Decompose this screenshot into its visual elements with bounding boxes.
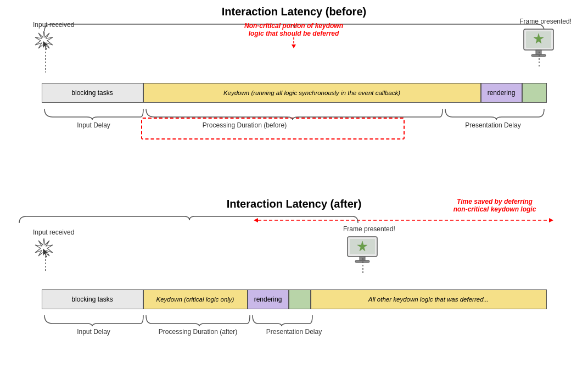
input-delay-label-top: Input Delay	[53, 121, 135, 129]
bottom-main-brace	[16, 215, 362, 225]
presentation-delay-label-top: Presentation Delay	[443, 121, 544, 129]
bar-rendering-purple-top: rendering	[481, 83, 522, 103]
top-sub-braces	[42, 106, 547, 121]
cursor-icon-bottom	[33, 237, 60, 265]
frame-presented-label-bottom: Frame presented!	[343, 225, 395, 233]
bar-blocking-bottom: blocking tasks	[42, 289, 143, 309]
bottom-main-brace-container	[16, 215, 362, 225]
svg-marker-4	[292, 44, 296, 48]
top-timeline: blocking tasks Keydown (running all logi…	[42, 83, 547, 105]
non-critical-line2: logic that should be deferred	[249, 30, 339, 37]
frame-presented-group-bottom: Frame presented!	[343, 225, 395, 268]
non-critical-arrow	[184, 37, 404, 48]
input-received-label-bottom: Input received	[33, 228, 74, 236]
processing-duration-label-bottom: Processing Duration (after)	[146, 328, 250, 336]
processing-duration-label-top: Processing Duration (before)	[168, 121, 322, 129]
bar-rendering-top	[522, 83, 547, 103]
frame-dotted-line-top	[539, 52, 540, 68]
time-saved-line2: non-critical keydown logic	[453, 205, 536, 213]
non-critical-annotation: Non-critical portion of keydown logic th…	[184, 22, 404, 48]
main-container: Interaction Latency (before) Input recei…	[0, 0, 588, 379]
bottom-sub-braces	[42, 313, 547, 328]
bar-rendering-green-bottom	[289, 289, 311, 309]
input-received-group: Input received	[33, 21, 74, 57]
top-diagram: Interaction Latency (before) Input recei…	[16, 5, 572, 132]
bottom-diagram: Interaction Latency (after) Time saved b…	[16, 198, 572, 339]
input-received-group-bottom: Input received	[33, 228, 74, 265]
frame-presented-group-top: Frame presented!	[519, 18, 572, 62]
bar-rendering-purple-bottom: rendering	[248, 289, 289, 309]
bar-deferred-bottom: All other keydown logic that was deferre…	[311, 289, 547, 309]
svg-marker-13	[549, 218, 553, 222]
input-delay-label-bottom: Input Delay	[53, 328, 135, 336]
cursor-icon-top	[33, 30, 60, 57]
bar-blocking-top: blocking tasks	[42, 83, 143, 103]
non-critical-line1: Non-critical portion of keydown	[244, 22, 343, 30]
frame-presented-label-top: Frame presented!	[519, 18, 572, 25]
input-dotted-line-bottom	[45, 253, 46, 272]
bar-keydown-top: Keydown (running all logic synchronously…	[143, 83, 481, 103]
input-received-label: Input received	[33, 21, 74, 29]
time-saved-line1: Time saved by deferring	[457, 198, 533, 205]
bar-keydown-bottom: Keydown (critical logic only)	[143, 289, 248, 309]
top-title: Interaction Latency (before)	[16, 5, 572, 18]
input-dotted-line-top	[45, 45, 46, 73]
top-sub-labels: Input Delay Processing Duration (before)…	[42, 121, 547, 132]
time-saved-annotation: Time saved by deferring non-critical key…	[418, 198, 572, 213]
presentation-delay-label-bottom: Presentation Delay	[253, 328, 335, 336]
bottom-timeline: blocking tasks Keydown (critical logic o…	[42, 289, 547, 311]
frame-dotted-line-bottom	[362, 258, 363, 274]
bottom-sub-labels: Input Delay Processing Duration (after) …	[42, 328, 547, 339]
